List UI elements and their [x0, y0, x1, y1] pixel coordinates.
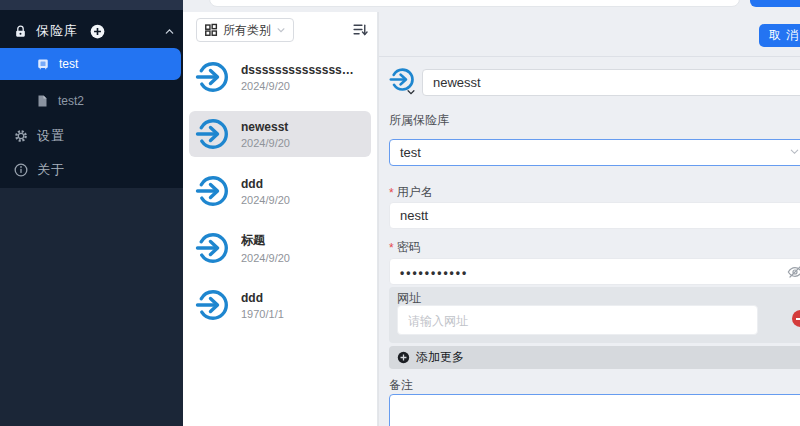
url-input[interactable] [397, 305, 758, 335]
entry-date: 2024/9/20 [241, 137, 290, 149]
url-field-group [389, 287, 800, 343]
sidebar-titlebar [0, 0, 183, 10]
category-grid-icon [204, 23, 218, 37]
required-mark: * [389, 186, 394, 200]
sidebar-item-vault-test[interactable]: test [0, 48, 181, 80]
entry-title-input[interactable] [422, 69, 800, 96]
sidebar-item-label: 设置 [37, 127, 65, 145]
cancel-button[interactable]: 取消 [759, 24, 800, 47]
entry-date: 2024/9/20 [241, 252, 290, 264]
chevron-down-icon [789, 146, 800, 157]
info-icon [14, 163, 28, 177]
entry-title: ddd [241, 291, 284, 305]
entry-date: 1970/1/1 [241, 308, 284, 320]
entry-list: dssssssssssssssssssssssssssssss 2024/9/2… [189, 54, 371, 339]
login-entry-icon [195, 116, 231, 152]
username-input[interactable] [389, 202, 800, 229]
toggle-password-visibility-icon[interactable] [787, 264, 800, 280]
sidebar-item-label: test [59, 57, 78, 71]
top-bar [183, 0, 800, 12]
add-more-label: 添加更多 [416, 349, 464, 366]
vault-group-label: 保险库 [36, 22, 78, 40]
sidebar-item-label: 关于 [37, 161, 65, 179]
entry-title: ddd [241, 177, 290, 191]
search-input[interactable] [209, 0, 740, 7]
vault-select-value: test [400, 145, 421, 160]
entry-date: 2024/9/20 [241, 80, 357, 92]
login-entry-icon [195, 59, 231, 95]
add-more-button[interactable]: 添加更多 [389, 346, 800, 369]
sidebar-item-settings[interactable]: 设置 [14, 127, 65, 145]
sidebar: 保险库 test test2 [0, 0, 183, 426]
chevron-down-icon [406, 87, 416, 97]
edit-panel-header: 取消 [379, 12, 800, 57]
collapse-vaults-button[interactable] [164, 26, 175, 37]
url-field-label: 网址 [397, 290, 421, 307]
list-item-selected[interactable]: newesst 2024/9/20 [189, 111, 371, 157]
lock-icon [14, 25, 27, 38]
search-button[interactable] [750, 0, 800, 7]
list-item[interactable]: ddd 1970/1/1 [189, 282, 371, 328]
file-icon [37, 95, 48, 107]
entry-edit-panel: 取消 所属保险库 test *用户名 *密码 ••••••••••• 网址 [378, 12, 800, 426]
gear-icon [14, 129, 28, 143]
vault-group-header: 保险库 [14, 20, 175, 42]
required-mark: * [389, 241, 394, 255]
vault-field-label: 所属保险库 [389, 112, 449, 129]
sort-order-button[interactable] [352, 21, 369, 38]
login-entry-icon [195, 230, 231, 266]
safe-icon [37, 58, 49, 70]
chevron-down-icon [276, 25, 286, 35]
sidebar-item-about[interactable]: 关于 [14, 161, 65, 179]
password-input[interactable]: ••••••••••• [389, 258, 800, 285]
category-filter-dropdown[interactable]: 所有类别 [196, 18, 294, 42]
list-item[interactable]: 标题 2024/9/20 [189, 225, 371, 271]
plus-circle-icon [397, 351, 410, 364]
list-item[interactable]: ddd 2024/9/20 [189, 168, 371, 214]
list-item[interactable]: dssssssssssssssssssssssssssssss 2024/9/2… [189, 54, 371, 100]
entry-list-panel: 所有类别 dssssssssssssssssssssssssssssss 202… [183, 12, 378, 426]
add-vault-button[interactable] [90, 24, 105, 39]
login-entry-icon [195, 173, 231, 209]
entry-title: newesst [241, 120, 290, 134]
notes-textarea[interactable] [389, 394, 800, 426]
password-masked-value: ••••••••••• [400, 267, 468, 279]
entry-date: 2024/9/20 [241, 194, 290, 206]
password-field-label: *密码 [389, 239, 421, 256]
notes-field-label: 备注 [389, 377, 413, 394]
entry-title: dssssssssssssssssssssssssssssss [241, 63, 357, 77]
vault-select[interactable]: test [389, 139, 800, 166]
sidebar-item-label: test2 [58, 94, 84, 108]
entry-title: 标题 [241, 232, 290, 249]
category-filter-label: 所有类别 [223, 22, 271, 39]
username-field-label: *用户名 [389, 184, 433, 201]
app-window: 保险库 test test2 [0, 0, 800, 426]
login-entry-icon [195, 287, 231, 323]
entry-type-icon[interactable] [389, 66, 419, 98]
sidebar-item-vault-test2[interactable]: test2 [0, 86, 181, 116]
sidebar-menu: 保险库 test test2 [0, 10, 183, 188]
